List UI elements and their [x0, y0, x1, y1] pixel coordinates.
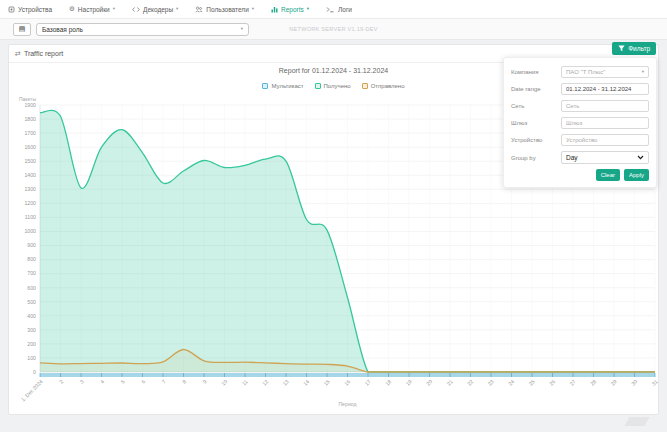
svg-text:31: 31: [650, 378, 658, 386]
svg-text:13: 13: [281, 378, 289, 386]
filter-panel-buttons: Clear Apply: [511, 169, 649, 181]
svg-text:4: 4: [99, 378, 105, 384]
svg-text:8: 8: [181, 378, 187, 384]
device-input[interactable]: [561, 134, 649, 146]
device-label: Устройство: [511, 137, 542, 143]
filter-row-company: Компания ПАО "Т Плюс" ▾: [511, 66, 649, 78]
gear-icon: ⚙: [69, 6, 75, 13]
y-axis-title: Пакеты: [19, 96, 37, 102]
svg-text:27: 27: [568, 378, 576, 386]
role-select-value: Базовая роль: [42, 26, 83, 33]
svg-text:1. Dec 2024: 1. Dec 2024: [20, 378, 44, 402]
nav-item-label: Логи: [338, 6, 352, 13]
svg-text:21: 21: [445, 378, 453, 386]
swap-arrows-icon: ⇄: [15, 50, 21, 57]
filter-row-date-range: Date range: [511, 83, 649, 95]
nav-item-users[interactable]: Пользователи ▾: [195, 6, 254, 13]
apply-button[interactable]: Apply: [624, 169, 649, 181]
chevron-down-icon: ▾: [307, 7, 309, 12]
role-toolbar: ▤ Базовая роль ▾ NETWORK SERVER V1.19-DE…: [0, 19, 667, 40]
svg-text:14: 14: [302, 378, 310, 386]
svg-text:5: 5: [119, 378, 125, 384]
nav-item-decoders[interactable]: Декодеры ▾: [132, 6, 178, 13]
terminal-icon: [326, 6, 335, 13]
svg-text:10: 10: [220, 378, 228, 386]
svg-text:16: 16: [343, 378, 351, 386]
date-range-input[interactable]: [561, 83, 649, 95]
svg-text:1300: 1300: [24, 186, 36, 192]
company-label: Компания: [511, 69, 538, 75]
svg-text:7: 7: [160, 378, 166, 384]
legend-label: Получено: [324, 83, 351, 89]
nav-item-reports[interactable]: Reports ▾: [271, 6, 309, 13]
x-axis-labels: 1. Dec 202423456789101112131415161718192…: [20, 378, 659, 402]
svg-text:19: 19: [404, 378, 412, 386]
svg-text:20: 20: [425, 378, 433, 386]
filter-row-gateway: Шлюз: [511, 117, 649, 129]
svg-text:1600: 1600: [24, 144, 36, 150]
svg-text:1500: 1500: [24, 158, 36, 164]
nav-item-label: Настройки: [78, 6, 110, 13]
legend-item[interactable]: Получено: [315, 83, 351, 89]
legend-item[interactable]: Отправлено: [362, 83, 405, 89]
traffic-report-label: Traffic report: [24, 50, 63, 57]
svg-text:23: 23: [486, 378, 494, 386]
svg-text:28: 28: [589, 378, 597, 386]
svg-text:1900: 1900: [24, 102, 36, 108]
app-screen: Устройства ⚙ Настройки ▾ Декодеры ▾ Поль…: [0, 0, 667, 432]
filter-funnel-icon: [618, 45, 625, 52]
role-select[interactable]: Базовая роль ▾: [36, 23, 249, 36]
chevron-down-icon: ▾: [176, 7, 178, 12]
svg-text:1800: 1800: [24, 116, 36, 122]
users-icon: [195, 6, 203, 13]
svg-text:1700: 1700: [24, 130, 36, 136]
svg-text:17: 17: [363, 378, 371, 386]
svg-text:9: 9: [201, 378, 207, 384]
chevron-down-icon: ▾: [241, 27, 243, 32]
svg-text:600: 600: [27, 285, 36, 291]
svg-text:700: 700: [27, 270, 36, 276]
role-icon-button[interactable]: ▤: [13, 23, 31, 36]
svg-text:24: 24: [507, 378, 515, 386]
nav-item-label: Пользователи: [206, 6, 248, 13]
svg-text:Пакеты: Пакеты: [19, 96, 37, 102]
role-box-icon: ▤: [19, 25, 26, 33]
nav-item-label: Декодеры: [143, 6, 173, 13]
svg-text:500: 500: [27, 299, 36, 305]
chevron-down-icon: ▾: [642, 70, 644, 75]
legend-color-box: [315, 83, 321, 89]
filter-button[interactable]: Фильтр: [612, 42, 656, 55]
device-icon: [8, 6, 15, 13]
group-by-select[interactable]: Day: [561, 151, 649, 164]
company-select[interactable]: ПАО "Т Плюс" ▾: [561, 66, 649, 78]
chart-icon: [271, 6, 278, 13]
svg-text:22: 22: [466, 378, 474, 386]
multicast-band: [40, 373, 655, 377]
svg-text:26: 26: [548, 378, 556, 386]
chevron-down-icon: ▾: [252, 7, 254, 12]
nav-item-logs[interactable]: Логи: [326, 6, 352, 13]
filter-row-group-by: Group by Day: [511, 151, 649, 164]
svg-text:100: 100: [27, 355, 36, 361]
chevron-down-icon: [637, 155, 644, 160]
main-navbar: Устройства ⚙ Настройки ▾ Декодеры ▾ Поль…: [0, 0, 667, 19]
svg-text:1100: 1100: [25, 214, 36, 220]
group-by-value: Day: [566, 154, 578, 161]
filter-row-device: Устройство: [511, 134, 649, 146]
legend-item[interactable]: Мультикаст: [262, 83, 303, 89]
network-input[interactable]: [561, 100, 649, 112]
nav-item-label: Reports: [281, 6, 304, 13]
legend-label: Отправлено: [371, 83, 405, 89]
gateway-label: Шлюз: [511, 120, 527, 126]
clear-button[interactable]: Clear: [596, 169, 620, 181]
date-range-label: Date range: [511, 86, 541, 92]
gateway-input[interactable]: [561, 117, 649, 129]
svg-text:400: 400: [27, 313, 36, 319]
traffic-report-title: ⇄ Traffic report: [15, 50, 63, 57]
group-by-label: Group by: [511, 155, 536, 161]
company-select-value: ПАО "Т Плюс": [566, 69, 605, 75]
nav-item-devices[interactable]: Устройства: [8, 6, 52, 13]
nav-item-settings[interactable]: ⚙ Настройки ▾: [69, 6, 115, 13]
svg-text:1200: 1200: [24, 200, 36, 206]
y-axis-labels: 0100200300400500600700800900100011001200…: [24, 102, 36, 375]
